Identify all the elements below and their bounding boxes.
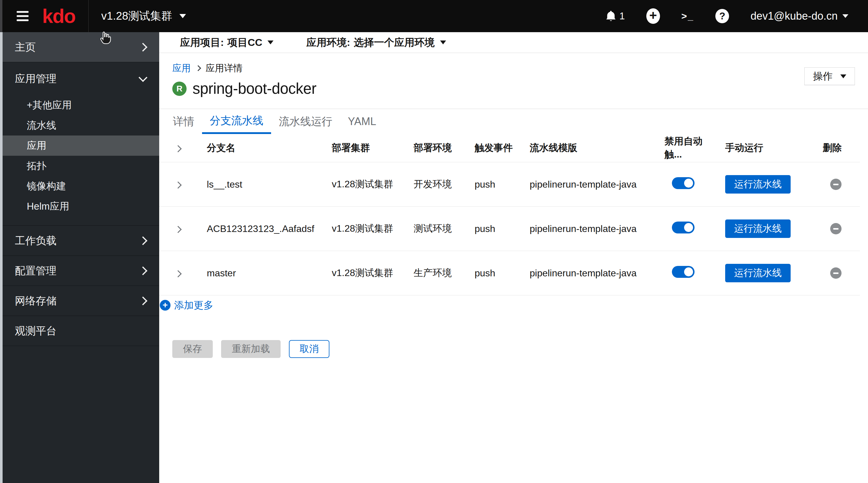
user-menu-dropdown[interactable]: dev1@kube-do.cn [750, 10, 848, 22]
tab-yaml[interactable]: YAML [340, 109, 384, 134]
project-filter-label: 应用项目: [180, 36, 224, 50]
chevron-down-icon [842, 14, 848, 18]
expand-all-chevron-icon[interactable] [174, 145, 182, 152]
chevron-down-icon [139, 73, 148, 82]
expand-row-chevron-icon[interactable] [174, 270, 182, 277]
expand-row-chevron-icon[interactable] [174, 181, 182, 189]
cell-template: pipelinerun-template-java [518, 179, 652, 190]
save-button[interactable]: 保存 [172, 340, 213, 358]
hamburger-menu-icon[interactable] [17, 11, 29, 21]
sidebar-divider [0, 346, 159, 346]
col-header-trigger: 触发事件 [463, 141, 518, 154]
col-header-auto-trigger: 禁用自动触... [652, 135, 713, 161]
tab-branch-pipelines[interactable]: 分支流水线 [202, 109, 271, 134]
cell-cluster: v1.28测试集群 [320, 266, 402, 280]
environment-filter-label: 应用环境: [306, 36, 350, 50]
quick-create-button[interactable]: + [646, 8, 660, 24]
cluster-selector-label: v1.28测试集群 [101, 9, 172, 24]
sidebar-item-network-storage[interactable]: 网络存储 [0, 286, 159, 316]
cell-environment: 测试环境 [402, 222, 463, 235]
chevron-right-icon [139, 236, 148, 245]
cell-branch: master [195, 268, 320, 279]
cell-environment: 开发环境 [402, 178, 463, 191]
actions-dropdown-button[interactable]: 操作 [804, 67, 855, 85]
breadcrumb-link-applications[interactable]: 应用 [172, 62, 191, 75]
col-header-environment: 部署环境 [402, 141, 463, 154]
project-filter-dropdown[interactable]: 应用项目: 项目CC [180, 36, 274, 50]
brand-logo: kdo [42, 6, 75, 26]
cell-trigger: push [463, 223, 518, 234]
title-row: R spring-boot-docker [172, 80, 855, 97]
resource-badge: R [172, 82, 187, 96]
col-header-branch: 分支名 [195, 141, 320, 154]
sidebar-item-label: 网络存储 [15, 294, 57, 308]
chevron-right-icon [139, 296, 148, 305]
cluster-selector-dropdown[interactable]: v1.28测试集群 [101, 9, 186, 24]
sidebar-item-label: 应用管理 [15, 72, 57, 86]
sidebar-item-topology[interactable]: 拓扑 [0, 156, 159, 176]
cell-trigger: push [463, 268, 518, 279]
col-header-template: 流水线模版 [518, 141, 652, 154]
branch-pipelines-table: 分支名 部署集群 部署环境 触发事件 流水线模版 禁用自动触... 手动运行 删… [159, 134, 860, 295]
auto-trigger-toggle[interactable] [672, 222, 694, 233]
terminal-button[interactable]: >_ [681, 11, 694, 22]
tab-details[interactable]: 详情 [165, 109, 202, 134]
environment-filter-dropdown[interactable]: 应用环境: 选择一个应用环境 [306, 36, 446, 50]
auto-trigger-toggle[interactable] [672, 177, 694, 189]
sidebar-item-label: 应用 [27, 139, 46, 152]
sidebar-item-label: 工作负载 [15, 234, 57, 248]
run-pipeline-button[interactable]: 运行流水线 [725, 175, 790, 194]
sidebar-item-workloads[interactable]: 工作负载 [0, 226, 159, 255]
terminal-icon: >_ [681, 11, 694, 22]
tab-bar: 详情 分支流水线 流水线运行 YAML [159, 109, 868, 134]
tab-pipeline-runs[interactable]: 流水线运行 [271, 109, 340, 134]
cancel-button[interactable]: 取消 [289, 340, 330, 358]
sidebar-item-app-management[interactable]: 应用管理 [0, 62, 159, 95]
notification-count: 1 [619, 10, 625, 22]
sidebar-item-image-builds[interactable]: 镜像构建 [0, 176, 159, 196]
help-button[interactable]: ? [715, 9, 729, 23]
col-header-manual-run: 手动运行 [713, 141, 817, 154]
plus-circle-icon: + [160, 300, 170, 311]
breadcrumb-current: 应用详情 [206, 62, 243, 75]
expand-row-chevron-icon[interactable] [174, 226, 182, 233]
chevron-down-icon [840, 75, 846, 78]
project-filter-value: 项目CC [227, 36, 262, 50]
remove-row-icon[interactable] [830, 179, 841, 190]
sidebar-item-observability[interactable]: 观测平台 [0, 316, 159, 346]
chevron-right-icon [195, 65, 201, 71]
col-header-cluster: 部署集群 [320, 141, 402, 154]
sidebar-item-other-apps[interactable]: +其他应用 [0, 95, 159, 115]
sidebar-item-pipelines[interactable]: 流水线 [0, 115, 159, 136]
masthead-divider [88, 0, 89, 32]
chevron-down-icon [440, 40, 446, 45]
reload-button[interactable]: 重新加载 [221, 340, 281, 358]
auto-trigger-toggle[interactable] [672, 266, 694, 278]
context-filter-bar: 应用项目: 项目CC 应用环境: 选择一个应用环境 [159, 32, 868, 53]
sidebar-item-label: 镜像构建 [27, 179, 66, 193]
run-pipeline-button[interactable]: 运行流水线 [725, 264, 790, 282]
sidebar-nav: 主页 应用管理 +其他应用 流水线 应用 拓扑 镜像构建 Helm应用 工作负载… [0, 32, 159, 483]
remove-row-icon[interactable] [830, 267, 841, 279]
sidebar-item-helm-apps[interactable]: Helm应用 [0, 196, 159, 217]
table-row: ls__.test v1.28测试集群 开发环境 push pipelineru… [159, 162, 860, 207]
table-row: ACB123123123_.Aafadsf v1.28测试集群 测试环境 pus… [159, 207, 860, 251]
chevron-down-icon [180, 14, 186, 18]
sidebar-item-applications[interactable]: 应用 [0, 136, 159, 156]
remove-row-icon[interactable] [830, 223, 841, 234]
question-icon: ? [719, 10, 725, 22]
table-row: master v1.28测试集群 生产环境 push pipelinerun-t… [159, 251, 860, 295]
cell-environment: 生产环境 [402, 266, 463, 280]
add-more-link[interactable]: + 添加更多 [160, 299, 868, 311]
window-edge-strip [0, 32, 3, 483]
breadcrumb: 应用 应用详情 [172, 53, 855, 75]
cell-trigger: push [463, 179, 518, 190]
sidebar-item-label: 主页 [15, 40, 36, 54]
sidebar-item-home[interactable]: 主页 [0, 32, 159, 62]
run-pipeline-button[interactable]: 运行流水线 [725, 220, 790, 238]
chevron-right-icon [139, 266, 148, 275]
sidebar-item-config-management[interactable]: 配置管理 [0, 256, 159, 286]
sidebar-item-label: 拓扑 [27, 159, 46, 173]
sidebar-subnav: +其他应用 流水线 应用 拓扑 镜像构建 Helm应用 [0, 95, 159, 225]
notifications-button[interactable]: 1 [606, 10, 625, 22]
